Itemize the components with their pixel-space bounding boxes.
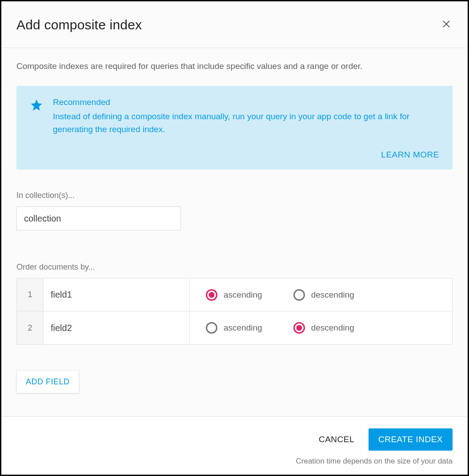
dialog-body: Composite indexes are required for queri… [1, 48, 468, 416]
dialog-title: Add composite index [16, 17, 142, 32]
ascending-label: ascending [224, 323, 262, 333]
create-index-button[interactable]: CREATE INDEX [369, 428, 453, 451]
descending-radio[interactable]: descending [293, 289, 354, 301]
star-icon [30, 98, 43, 136]
recommended-body: Instead of defining a composite index ma… [53, 110, 439, 136]
recommended-title: Recommended [53, 97, 439, 107]
radio-icon [293, 289, 305, 301]
row-number: 1 [17, 278, 44, 311]
ascending-radio[interactable]: ascending [206, 289, 262, 301]
radio-icon [206, 289, 217, 301]
add-composite-index-dialog: Add composite index Composite indexes ar… [0, 0, 469, 476]
field-name-cell [44, 311, 190, 344]
footer-note: Creation time depends on the size of you… [296, 457, 453, 466]
sort-cell: ascending descending [190, 278, 452, 311]
add-field-button[interactable]: ADD FIELD [16, 371, 79, 393]
order-label: Order documents by... [16, 262, 453, 272]
fields-table: 1 ascending descending [16, 278, 453, 345]
field-name-input[interactable] [44, 278, 189, 311]
collection-label: In collection(s)... [16, 191, 453, 200]
row-number: 2 [17, 311, 44, 344]
learn-more-row: LEARN MORE [30, 150, 439, 160]
ascending-label: ascending [224, 290, 262, 300]
descending-label: descending [311, 323, 354, 333]
table-row: 1 ascending descending [17, 278, 452, 311]
radio-icon [293, 322, 305, 334]
footer-buttons: CANCEL CREATE INDEX [319, 428, 453, 451]
order-section: Order documents by... 1 ascending [16, 262, 453, 345]
learn-more-link[interactable]: LEARN MORE [381, 150, 439, 160]
close-icon [441, 19, 452, 31]
descending-label: descending [311, 290, 354, 300]
field-name-input[interactable] [44, 311, 189, 344]
dialog-header: Add composite index [1, 1, 468, 48]
collection-input[interactable] [16, 206, 181, 230]
field-name-cell [44, 278, 190, 311]
table-row: 2 ascending descending [17, 311, 452, 344]
sort-cell: ascending descending [190, 311, 452, 344]
cancel-button[interactable]: CANCEL [319, 435, 354, 444]
recommended-card: Recommended Instead of defining a compos… [16, 86, 453, 170]
dialog-description: Composite indexes are required for queri… [16, 61, 453, 73]
descending-radio[interactable]: descending [293, 322, 354, 334]
recommended-text: Recommended Instead of defining a compos… [53, 97, 439, 136]
ascending-radio[interactable]: ascending [206, 322, 262, 334]
recommended-card-top: Recommended Instead of defining a compos… [30, 97, 439, 136]
dialog-footer: CANCEL CREATE INDEX Creation time depend… [1, 416, 468, 475]
close-button[interactable] [440, 19, 453, 31]
radio-icon [206, 322, 217, 334]
